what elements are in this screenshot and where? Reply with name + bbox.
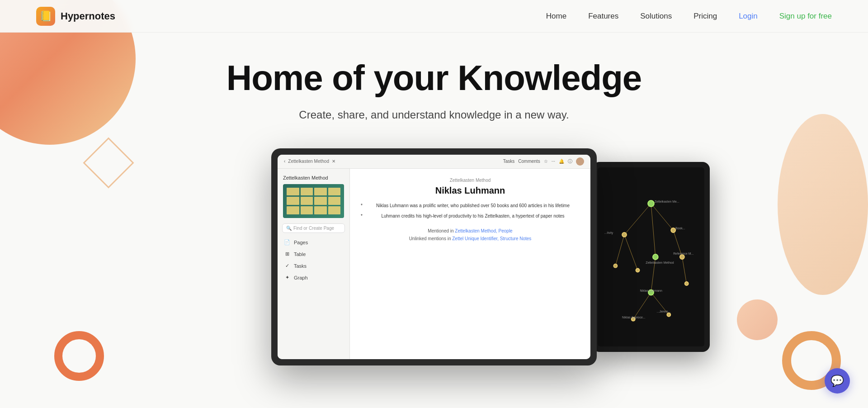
table-label: Table [294, 251, 306, 257]
graph-node-3 [653, 254, 658, 260]
tasks-label: Tasks [294, 263, 307, 269]
graph-node-5 [636, 268, 640, 272]
tasks-icon: ✓ [284, 263, 290, 269]
graph-label-2: Book... [675, 227, 685, 230]
knowledge-graph: Zettelkasten Me... ...tivity Book... Zet… [598, 167, 704, 346]
nav-solutions[interactable]: Solutions [640, 12, 672, 21]
graph-node-2 [671, 228, 675, 232]
tablet-topbar: ‹ Zettelkasten Method ✕ Tasks Comments ☆… [278, 155, 590, 169]
sidebar-nav-pages[interactable]: 📄 Pages [278, 237, 349, 248]
book-cell [314, 188, 327, 196]
comments-btn[interactable]: Comments [518, 159, 540, 164]
graph-label-3: Zettelkasten Method [646, 261, 674, 264]
graph-node-1 [622, 232, 627, 237]
brand-logo-icon: 📒 [40, 10, 52, 22]
sidebar-nav-tasks[interactable]: ✓ Tasks [278, 260, 349, 272]
nav-pricing[interactable]: Pricing [693, 12, 717, 21]
graph-node-8 [685, 282, 689, 285]
graph-node-main [648, 200, 654, 207]
content-unlinked: Unlinked mentions in Zettel Unique Ident… [361, 236, 580, 241]
book-cell [328, 197, 341, 205]
content-title: Niklas Luhmann [361, 185, 580, 196]
content-category: Zettelkasten Method [361, 178, 580, 183]
blob-right-mid [778, 114, 868, 295]
content-body-1: Niklas Luhmann was a prolific writer, wh… [361, 202, 580, 209]
book-cell [287, 206, 299, 214]
avatar [576, 157, 584, 166]
chat-button[interactable]: 💬 [825, 368, 850, 394]
graph-screen: Zettelkasten Me... ...tivity Book... Zet… [598, 167, 704, 346]
nav-home[interactable]: Home [546, 12, 566, 21]
graph-label: Graph [294, 275, 308, 280]
brand-logo: 📒 [36, 7, 55, 26]
tasks-btn[interactable]: Tasks [503, 159, 515, 164]
tablet-main: ‹ Zettelkasten Method ✕ Tasks Comments ☆… [271, 148, 597, 365]
unlinked-links[interactable]: Zettel Unique Identifier, Structure Note… [452, 236, 531, 241]
back-icon[interactable]: ‹ [284, 159, 285, 164]
graph-label-7: Niklas Luhmann [640, 289, 662, 292]
mentioned-label: Mentioned in [428, 228, 453, 233]
book-cell [287, 188, 299, 196]
tablet-screen: ‹ Zettelkasten Method ✕ Tasks Comments ☆… [278, 155, 590, 359]
book-cell [314, 206, 327, 214]
alert-icon[interactable]: 🔔 [559, 159, 564, 164]
nav-features[interactable]: Features [588, 12, 618, 21]
graph-node-6 [680, 255, 684, 259]
sidebar-book-cover [283, 184, 344, 218]
sidebar-search[interactable]: 🔍 Find or Create Page [282, 223, 345, 233]
book-cell [301, 206, 313, 214]
tablet-graph: Zettelkasten Me... ...tivity Book... Zet… [592, 162, 710, 352]
svg-line-1 [651, 204, 673, 230]
svg-line-9 [682, 257, 687, 284]
book-grid [283, 184, 344, 218]
unlinked-label: Unlinked mentions in [409, 236, 451, 241]
graph-label-10: ...Jerem... [657, 310, 671, 313]
book-cell [287, 197, 299, 205]
content-body-2: Luhmann credits his high-level of produc… [361, 213, 580, 219]
blob-bottom-right-small [737, 299, 778, 340]
brand-name: Hypernotes [61, 10, 115, 22]
book-cell [328, 206, 341, 214]
graph-icon: ✦ [284, 275, 290, 281]
chat-icon: 💬 [830, 375, 844, 387]
hero-section: Home of your Knowledge Create, share, an… [0, 0, 868, 408]
info-icon: ⓘ [568, 158, 572, 165]
sidebar-nav-graph[interactable]: ✦ Graph [278, 272, 349, 284]
graph-node-10 [667, 313, 670, 317]
graph-label-9: Niklas Approce... [622, 315, 646, 319]
blob-ring-left [54, 331, 104, 381]
pages-icon: 📄 [284, 239, 290, 246]
svg-line-3 [615, 235, 624, 266]
nav-signup[interactable]: Sign up for free [779, 12, 832, 21]
graph-node-4 [613, 264, 617, 268]
sidebar-nav-table[interactable]: ⊞ Table [278, 248, 349, 260]
nav-login[interactable]: Login [739, 12, 758, 21]
diamond-decoration [83, 137, 134, 188]
sidebar-title: Zettelkasten Method [283, 175, 328, 180]
hero-title: Home of your Knowledge [226, 59, 642, 98]
pages-label: Pages [294, 240, 308, 245]
svg-line-0 [624, 204, 651, 235]
close-icon[interactable]: ✕ [332, 159, 335, 164]
star-icon[interactable]: ☆ [544, 159, 548, 164]
sidebar-header: Zettelkasten Method [278, 173, 349, 184]
navbar: 📒 Hypernotes Home Features Solutions Pri… [0, 0, 868, 33]
table-icon: ⊞ [284, 251, 290, 257]
graph-label-6: Reference M... [673, 252, 693, 255]
more-icon[interactable]: ··· [552, 159, 555, 164]
topbar-right: Tasks Comments ☆ ··· 🔔 ⓘ [503, 157, 584, 166]
book-cell [301, 188, 313, 196]
brand: 📒 Hypernotes [36, 7, 115, 26]
svg-line-2 [651, 204, 656, 257]
book-cell [314, 197, 327, 205]
topbar-left: ‹ Zettelkasten Method ✕ [284, 159, 335, 164]
book-cell [328, 188, 341, 196]
app-mockup: ‹ Zettelkasten Method ✕ Tasks Comments ☆… [258, 148, 610, 365]
tablet-content: Zettelkasten Method [278, 169, 590, 359]
mentioned-links[interactable]: Zettelkasten Method, People [455, 228, 512, 233]
tablet-sidebar: Zettelkasten Method [278, 169, 350, 359]
svg-line-4 [624, 235, 638, 270]
graph-label-1: ...tivity [604, 231, 613, 235]
search-icon: 🔍 [286, 226, 292, 231]
tablet-main-content: Zettelkasten Method Niklas Luhmann Nikla… [350, 169, 590, 359]
